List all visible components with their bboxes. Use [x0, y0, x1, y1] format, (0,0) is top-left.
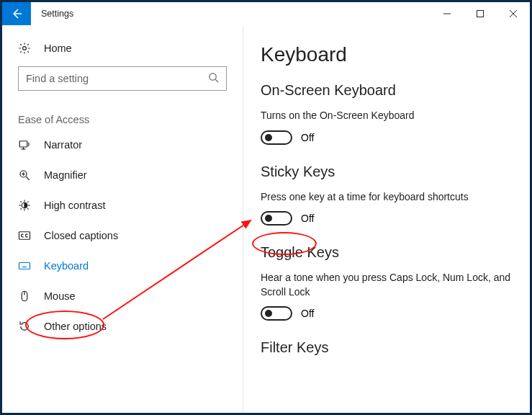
arrow-ccw-icon [18, 320, 31, 333]
sidebar-home[interactable]: Home [18, 39, 227, 66]
minimize-icon [443, 10, 451, 17]
content-pane: Keyboard On-Screen Keyboard Turns on the… [243, 26, 530, 413]
svg-line-6 [215, 79, 218, 82]
toggle-onscreen-keyboard[interactable] [261, 130, 292, 145]
search-input[interactable]: Find a setting [18, 66, 227, 91]
svg-line-21 [20, 208, 22, 210]
toggle-knob [265, 215, 272, 222]
home-label: Home [44, 43, 72, 54]
toggle-state-label: Off [301, 132, 314, 143]
svg-line-20 [27, 208, 29, 210]
highcontrast-icon [18, 199, 31, 212]
sidebar-item-highcontrast[interactable]: High contrast [18, 190, 227, 220]
close-button[interactable] [497, 2, 530, 25]
keyboard-icon [18, 259, 31, 272]
sidebar-item-closedcaptions[interactable]: Closed captions [18, 220, 227, 251]
sidebar-item-label: High contrast [44, 200, 105, 211]
svg-rect-7 [19, 141, 27, 147]
section-title-onscreen: On-Screen Keyboard [261, 82, 513, 99]
gear-icon [18, 42, 31, 55]
svg-rect-1 [477, 11, 484, 17]
sidebar-item-label: Closed captions [44, 230, 118, 241]
settings-window: Settings Home Find a setting [2, 2, 530, 413]
maximize-button[interactable] [464, 2, 497, 25]
sidebar-item-other[interactable]: Other options [18, 311, 227, 342]
narrator-icon [18, 138, 31, 151]
close-icon [510, 10, 517, 17]
toggle-state-label: Off [301, 213, 314, 224]
section-desc-onscreen: Turns on the On-Screen Keyboard [261, 109, 513, 123]
svg-rect-24 [19, 263, 30, 269]
section-title-filter: Filter Keys [261, 339, 513, 356]
sidebar-item-magnifier[interactable]: Magnifier [18, 160, 227, 190]
maximize-icon [477, 10, 484, 17]
back-arrow-icon [11, 8, 22, 19]
minimize-button[interactable] [430, 2, 464, 25]
mouse-icon [18, 290, 31, 303]
sidebar-item-label: Keyboard [44, 260, 89, 272]
svg-rect-23 [19, 232, 30, 240]
magnifier-icon [18, 169, 31, 182]
search-icon [208, 72, 219, 85]
sidebar-item-label: Narrator [44, 139, 82, 151]
closedcaptions-icon [18, 229, 31, 242]
svg-line-11 [26, 177, 30, 180]
svg-line-22 [27, 201, 29, 202]
sidebar: Home Find a setting Ease of Access Narra… [2, 26, 243, 413]
window-controls [430, 2, 530, 25]
sidebar-item-label: Mouse [44, 290, 76, 302]
sidebar-item-label: Other options [44, 321, 107, 332]
toggle-sticky-keys[interactable] [261, 211, 292, 226]
search-placeholder: Find a setting [26, 73, 208, 84]
sidebar-item-narrator[interactable]: Narrator [18, 130, 227, 160]
svg-line-19 [20, 201, 22, 202]
toggle-knob [265, 310, 272, 317]
section-title-sticky: Sticky Keys [261, 164, 513, 180]
toggle-toggle-keys[interactable] [261, 306, 292, 321]
section-desc-sticky: Press one key at a time for keyboard sho… [261, 190, 513, 205]
titlebar: Settings [2, 2, 530, 26]
back-button[interactable] [2, 2, 31, 25]
sidebar-item-mouse[interactable]: Mouse [18, 281, 227, 311]
svg-point-5 [209, 73, 216, 80]
sidebar-item-keyboard[interactable]: Keyboard [18, 251, 227, 281]
section-desc-togglekeys: Hear a tone when you press Caps Lock, Nu… [261, 271, 513, 299]
toggle-state-label: Off [301, 308, 314, 319]
toggle-knob [265, 134, 272, 141]
window-title: Settings [31, 2, 430, 25]
section-title-togglekeys: Toggle Keys [261, 244, 513, 261]
sidebar-category-label: Ease of Access [18, 114, 227, 130]
page-title: Keyboard [261, 43, 513, 66]
sidebar-item-label: Magnifier [44, 169, 87, 181]
svg-point-4 [23, 47, 27, 50]
